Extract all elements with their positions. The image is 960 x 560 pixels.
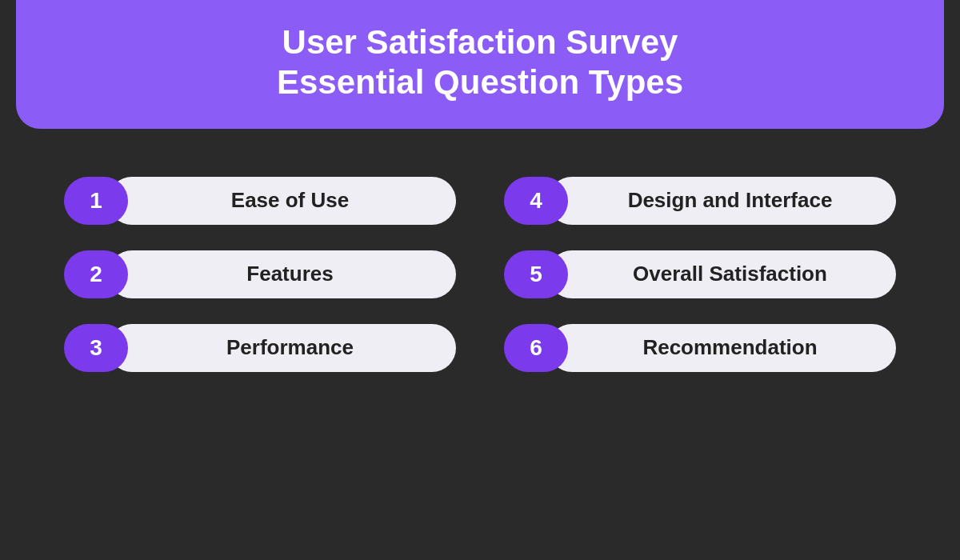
item-label-1: Ease of Use bbox=[108, 177, 456, 225]
item-number-4: 4 bbox=[504, 177, 568, 225]
list-item: 3Performance bbox=[64, 324, 456, 372]
list-item: 6Recommendation bbox=[504, 324, 896, 372]
item-number-5: 5 bbox=[504, 250, 568, 298]
item-number-6: 6 bbox=[504, 324, 568, 372]
column-2: 4Design and Interface5Overall Satisfacti… bbox=[504, 177, 896, 372]
item-number-1: 1 bbox=[64, 177, 128, 225]
header: User Satisfaction Survey Essential Quest… bbox=[16, 0, 944, 129]
content: 1Ease of Use2Features3Performance4Design… bbox=[0, 129, 960, 404]
item-label-6: Recommendation bbox=[548, 324, 896, 372]
header-line2: Essential Question Types bbox=[48, 62, 912, 102]
column-1: 1Ease of Use2Features3Performance bbox=[64, 177, 456, 372]
item-label-2: Features bbox=[108, 250, 456, 298]
item-label-5: Overall Satisfaction bbox=[548, 250, 896, 298]
item-label-3: Performance bbox=[108, 324, 456, 372]
item-label-4: Design and Interface bbox=[548, 177, 896, 225]
list-item: 4Design and Interface bbox=[504, 177, 896, 225]
header-line1: User Satisfaction Survey bbox=[48, 22, 912, 62]
item-number-3: 3 bbox=[64, 324, 128, 372]
list-item: 1Ease of Use bbox=[64, 177, 456, 225]
item-number-2: 2 bbox=[64, 250, 128, 298]
list-item: 2Features bbox=[64, 250, 456, 298]
list-item: 5Overall Satisfaction bbox=[504, 250, 896, 298]
